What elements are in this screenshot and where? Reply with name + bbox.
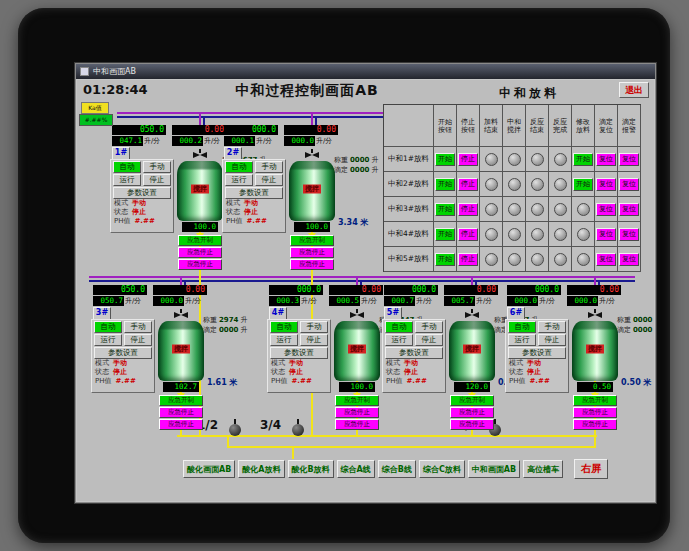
emergency-open-button[interactable]: 应急开制	[178, 235, 222, 246]
emergency-stop-button[interactable]: 应急停止	[450, 419, 494, 430]
table-cell	[503, 222, 526, 247]
table-stop-button[interactable]: 停止	[458, 253, 478, 266]
manual-button[interactable]: 手动	[255, 161, 283, 173]
table-stop-button[interactable]: 停止	[458, 203, 478, 216]
emergency-stop-button[interactable]: 应急停止	[573, 407, 617, 418]
emergency-stop-button[interactable]: 应急停止	[290, 247, 334, 258]
params-button[interactable]: 参数设置	[508, 347, 566, 359]
params-button[interactable]: 参数设置	[385, 347, 443, 359]
params-button[interactable]: 参数设置	[94, 347, 152, 359]
params-button[interactable]: 参数设置	[270, 347, 328, 359]
table-col-header: 中和搅拌	[503, 105, 526, 147]
emergency-open-button[interactable]: 应急开制	[159, 395, 203, 406]
auto-button[interactable]: 自动	[270, 321, 298, 333]
table-col-header: 修改放料	[572, 105, 595, 147]
auto-button[interactable]: 自动	[113, 161, 141, 173]
emergency-stop-button[interactable]: 应急停止	[335, 419, 379, 430]
table-start-button[interactable]: 开始	[435, 178, 455, 191]
auto-button[interactable]: 自动	[94, 321, 122, 333]
table-stop-button[interactable]: 停止	[458, 228, 478, 241]
table-reset-button[interactable]: 复位	[596, 153, 616, 166]
table-col-header: 反应完成	[549, 105, 572, 147]
stop-button[interactable]: 停止	[538, 334, 566, 346]
table-start-button[interactable]: 开始	[435, 253, 455, 266]
table-reset-button[interactable]: 复位	[619, 253, 639, 266]
stop-button[interactable]: 停止	[124, 334, 152, 346]
table-reset-button[interactable]: 复位	[596, 178, 616, 191]
table-stop-button[interactable]: 停止	[458, 178, 478, 191]
window-titlebar[interactable]: 中和画面AB	[76, 64, 655, 79]
flow-setpoint-value: 0.00	[172, 125, 226, 135]
emergency-buttons: 应急开制应急停止应急停止	[159, 395, 203, 430]
nav-button-高位槽车[interactable]: 高位槽车	[523, 460, 563, 478]
table-start-button[interactable]: 开始	[435, 153, 455, 166]
table-reset-button[interactable]: 复位	[596, 253, 616, 266]
flow-rate-value: 000.0	[284, 136, 315, 146]
run-button[interactable]: 运行	[270, 334, 298, 346]
nav-button-综合C放料[interactable]: 综合C放料	[419, 460, 465, 478]
run-button[interactable]: 运行	[113, 174, 141, 186]
stop-button[interactable]: 停止	[143, 174, 171, 186]
tank-column: 搅拌120.0	[448, 309, 496, 399]
auto-button[interactable]: 自动	[385, 321, 413, 333]
flow-rate-value: 000.0	[567, 296, 598, 306]
table-start-button[interactable]: 开始	[573, 178, 593, 191]
run-button[interactable]: 运行	[385, 334, 413, 346]
table-col-header: 滴定复位	[595, 105, 618, 147]
table-reset-button[interactable]: 复位	[619, 203, 639, 216]
table-cell: 复位	[595, 147, 618, 172]
emergency-stop-button[interactable]: 应急停止	[335, 407, 379, 418]
flow-rate-value: 000.3	[269, 296, 300, 306]
stop-button[interactable]: 停止	[415, 334, 443, 346]
table-stop-button[interactable]: 停止	[458, 153, 478, 166]
table-start-button[interactable]: 开始	[573, 153, 593, 166]
reactor-unit-6: 000.0000.0升/分0.00000.0升/分6#自动手动运行停止参数设置模…	[505, 285, 654, 437]
nav-button-酸化A放料[interactable]: 酸化A放料	[238, 460, 284, 478]
emergency-stop-button[interactable]: 应急停止	[290, 259, 334, 270]
stop-button[interactable]: 停止	[300, 334, 328, 346]
table-reset-button[interactable]: 复位	[596, 203, 616, 216]
auto-button[interactable]: 自动	[508, 321, 536, 333]
nav-button-右屏[interactable]: 右屏	[574, 459, 608, 479]
emergency-stop-button[interactable]: 应急停止	[178, 247, 222, 258]
run-button[interactable]: 运行	[94, 334, 122, 346]
reactor-tank: 搅拌	[572, 321, 618, 381]
stop-button[interactable]: 停止	[255, 174, 283, 186]
manual-button[interactable]: 手动	[538, 321, 566, 333]
run-button[interactable]: 运行	[225, 174, 253, 186]
table-reset-button[interactable]: 复位	[619, 178, 639, 191]
emergency-stop-button[interactable]: 应急停止	[573, 419, 617, 430]
table-reset-button[interactable]: 复位	[619, 153, 639, 166]
emergency-open-button[interactable]: 应急开制	[573, 395, 617, 406]
emergency-stop-button[interactable]: 应急停止	[450, 407, 494, 418]
emergency-open-button[interactable]: 应急开制	[335, 395, 379, 406]
manual-button[interactable]: 手动	[143, 161, 171, 173]
nav-button-酸化画面AB[interactable]: 酸化画面AB	[183, 460, 235, 478]
run-button[interactable]: 运行	[508, 334, 536, 346]
unit-control-panel: 自动手动运行停止参数设置模式手动状态停止PH值#.##	[505, 319, 569, 393]
table-reset-button[interactable]: 复位	[596, 228, 616, 241]
manual-button[interactable]: 手动	[415, 321, 443, 333]
manual-button[interactable]: 手动	[300, 321, 328, 333]
emergency-stop-button[interactable]: 应急停止	[159, 407, 203, 418]
status-lamp-icon	[554, 253, 567, 266]
nav-button-酸化B放料[interactable]: 酸化B放料	[288, 460, 334, 478]
emergency-open-button[interactable]: 应急开制	[450, 395, 494, 406]
valve-icon	[173, 309, 189, 321]
params-button[interactable]: 参数设置	[113, 187, 171, 199]
nav-button-综合B线[interactable]: 综合B线	[378, 460, 416, 478]
table-start-button[interactable]: 开始	[435, 228, 455, 241]
nav-button-综合A线[interactable]: 综合A线	[337, 460, 375, 478]
nav-button-中和画面AB[interactable]: 中和画面AB	[468, 460, 520, 478]
table-start-button[interactable]: 开始	[435, 203, 455, 216]
params-button[interactable]: 参数设置	[225, 187, 283, 199]
emergency-stop-button[interactable]: 应急停止	[178, 259, 222, 270]
flow-displays: 000.0000.0升/分0.00000.0升/分	[507, 285, 621, 306]
tank-level-display: 100.0	[294, 222, 330, 232]
emergency-open-button[interactable]: 应急开制	[290, 235, 334, 246]
emergency-stop-button[interactable]: 应急停止	[159, 419, 203, 430]
auto-button[interactable]: 自动	[225, 161, 253, 173]
exit-button[interactable]: 退出	[619, 82, 649, 98]
manual-button[interactable]: 手动	[124, 321, 152, 333]
table-reset-button[interactable]: 复位	[619, 228, 639, 241]
